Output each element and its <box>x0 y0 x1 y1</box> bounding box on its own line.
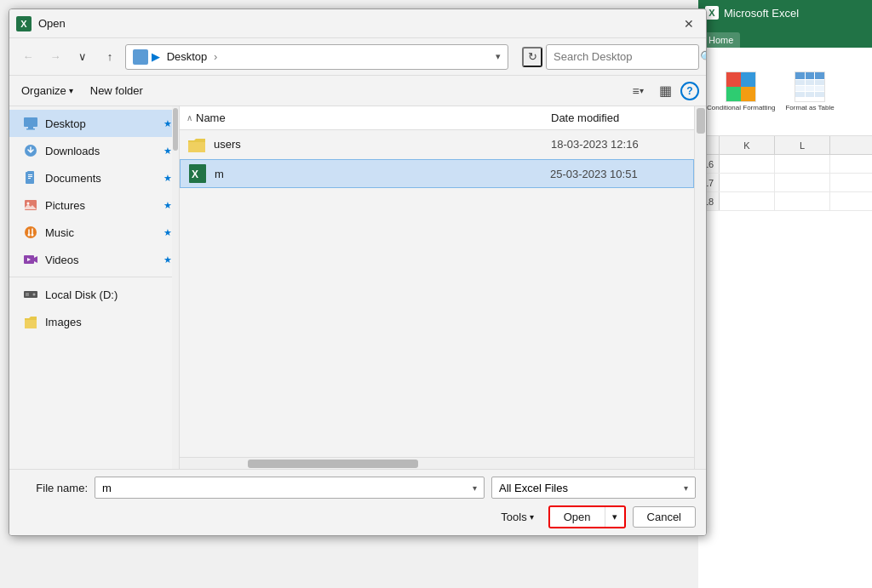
address-dropdown-button[interactable]: ▾ <box>496 51 501 62</box>
horizontal-scrollbar[interactable] <box>180 457 694 469</box>
conditional-formatting-label: Conditional Formatting <box>707 104 775 111</box>
format-as-table-button[interactable]: Format as Table <box>783 70 835 114</box>
svg-point-13 <box>32 234 34 237</box>
sidebar-item-local-disk[interactable]: Local Disk (D:) <box>9 281 179 308</box>
search-bar[interactable]: 🔍 <box>546 44 699 70</box>
cancel-button[interactable]: Cancel <box>633 506 696 528</box>
nav-recent-button[interactable]: ∨ <box>71 45 95 69</box>
conditional-formatting-button[interactable]: Conditional Formatting <box>705 70 777 113</box>
pictures-icon <box>23 197 38 213</box>
images-folder-icon <box>23 314 38 329</box>
sidebar-item-videos[interactable]: Videos ★ <box>9 246 179 273</box>
sidebar-item-documents[interactable]: Documents ★ <box>9 164 179 191</box>
file-name-m: m <box>215 168 550 180</box>
sidebar-item-desktop[interactable]: Desktop ★ <box>9 110 179 137</box>
list-view-button[interactable]: ≡ ▾ <box>626 79 650 103</box>
h-scroll-thumb[interactable] <box>248 460 418 468</box>
videos-icon <box>23 252 38 267</box>
svg-rect-8 <box>28 178 31 179</box>
ribbon-tab[interactable]: Home <box>702 32 740 48</box>
file-date-m: 25-03-2023 10:51 <box>550 168 686 180</box>
sidebar-item-downloads[interactable]: Downloads ★ <box>9 137 179 164</box>
organize-button[interactable]: Organize ▾ <box>16 83 78 99</box>
col-header-l: L <box>775 136 830 154</box>
layout-view-button[interactable]: ▦ <box>653 79 677 103</box>
address-folder-icon <box>133 49 148 65</box>
nav-dropdown-icon: ∨ <box>78 50 87 63</box>
svg-point-11 <box>25 226 37 238</box>
col-header-name: Name <box>196 111 551 124</box>
search-input[interactable] <box>554 50 697 63</box>
filename-label: File name: <box>20 482 88 494</box>
dialog-app-icon: X <box>16 16 32 31</box>
svg-rect-2 <box>26 128 35 130</box>
sort-icon: ∧ <box>186 113 192 123</box>
nav-up-button[interactable]: ↑ <box>98 45 122 69</box>
open-button[interactable]: Open <box>550 507 605 527</box>
open-button-group: Open ▾ <box>548 505 626 528</box>
file-date-users: 18-03-2023 12:16 <box>551 138 687 151</box>
address-bar[interactable]: ▶ Desktop › ▾ <box>125 44 508 70</box>
nav-forward-icon: → <box>50 50 61 63</box>
svg-rect-6 <box>28 174 32 175</box>
dialog-title-left: X Open <box>16 16 66 31</box>
svg-rect-0 <box>24 117 37 127</box>
filetype-select[interactable]: All Excel Files ▾ <box>491 477 696 499</box>
music-icon <box>23 225 38 240</box>
sidebar-item-music[interactable]: Music ★ <box>9 219 179 246</box>
file-list-area: ∧ Name Date modified users 18-03-2023 12… <box>180 106 694 469</box>
dialog-sidebar: Desktop ★ Downloads ★ Documents ★ <box>9 106 180 469</box>
file-name-users: users <box>214 138 551 151</box>
nav-back-button[interactable]: ← <box>16 45 40 69</box>
folder-icon-users <box>186 134 207 155</box>
svg-text:X: X <box>192 168 198 180</box>
dialog-title-bar: X Open ✕ <box>9 9 706 38</box>
sidebar-item-pictures[interactable]: Pictures ★ <box>9 191 179 219</box>
tools-button[interactable]: Tools ▾ <box>493 506 541 528</box>
downloads-icon <box>23 143 38 158</box>
open-dropdown-button[interactable]: ▾ <box>605 507 624 527</box>
format-as-table-label: Format as Table <box>785 104 834 112</box>
documents-pin: ★ <box>164 173 172 184</box>
nav-up-icon: ↑ <box>107 50 113 63</box>
svg-point-18 <box>33 294 36 296</box>
search-icon: 🔍 <box>700 50 707 64</box>
dialog-bottom: File name: m ▾ All Excel Files ▾ Tools ▾… <box>9 469 706 535</box>
desktop-icon <box>23 116 38 131</box>
svg-point-12 <box>28 234 31 237</box>
refresh-icon: ↻ <box>528 50 537 63</box>
dialog-nav-bar: ← → ∨ ↑ ▶ Desktop › ▾ ↻ 🔍 <box>9 38 706 76</box>
sidebar-item-images[interactable]: Images <box>9 308 179 335</box>
filename-input[interactable]: m ▾ <box>95 477 485 499</box>
desktop-pin: ★ <box>164 118 172 129</box>
file-rows-container: users 18-03-2023 12:16 X m 25-03-2023 10… <box>180 130 694 457</box>
help-button[interactable]: ? <box>680 82 699 100</box>
sidebar-divider-1 <box>9 277 179 277</box>
dialog-close-button[interactable]: ✕ <box>679 14 699 34</box>
downloads-pin: ★ <box>164 146 172 157</box>
filelist-header: ∧ Name Date modified <box>180 106 694 130</box>
videos-pin: ★ <box>164 254 172 265</box>
excel-title: Microsoft Excel <box>724 7 799 20</box>
dialog-toolbar: Organize ▾ New folder ≡ ▾ ▦ ? <box>9 76 706 106</box>
excel-icon-m: X <box>187 163 208 184</box>
sidebar-scroll-thumb[interactable] <box>173 108 178 151</box>
svg-rect-7 <box>28 176 32 177</box>
file-row-users[interactable]: users 18-03-2023 12:16 <box>180 130 694 159</box>
svg-rect-1 <box>28 127 33 128</box>
dialog-title-text: Open <box>38 17 66 30</box>
sidebar-scrollbar[interactable] <box>172 106 179 469</box>
nav-forward-button[interactable]: → <box>43 45 67 69</box>
documents-icon <box>23 170 38 186</box>
v-scroll-thumb[interactable] <box>697 108 705 134</box>
new-folder-button[interactable]: New folder <box>85 83 148 99</box>
excel-icon: X <box>705 6 719 20</box>
toolbar-right: ≡ ▾ ▦ ? <box>626 79 699 103</box>
address-text: ▶ Desktop › <box>152 50 492 63</box>
svg-rect-17 <box>26 293 29 296</box>
nav-refresh-button[interactable]: ↻ <box>522 47 542 67</box>
music-pin: ★ <box>164 227 172 238</box>
col-header-k: K <box>720 136 775 154</box>
file-row-m[interactable]: X m 25-03-2023 10:51 <box>180 159 694 188</box>
vertical-scrollbar[interactable] <box>694 106 706 469</box>
